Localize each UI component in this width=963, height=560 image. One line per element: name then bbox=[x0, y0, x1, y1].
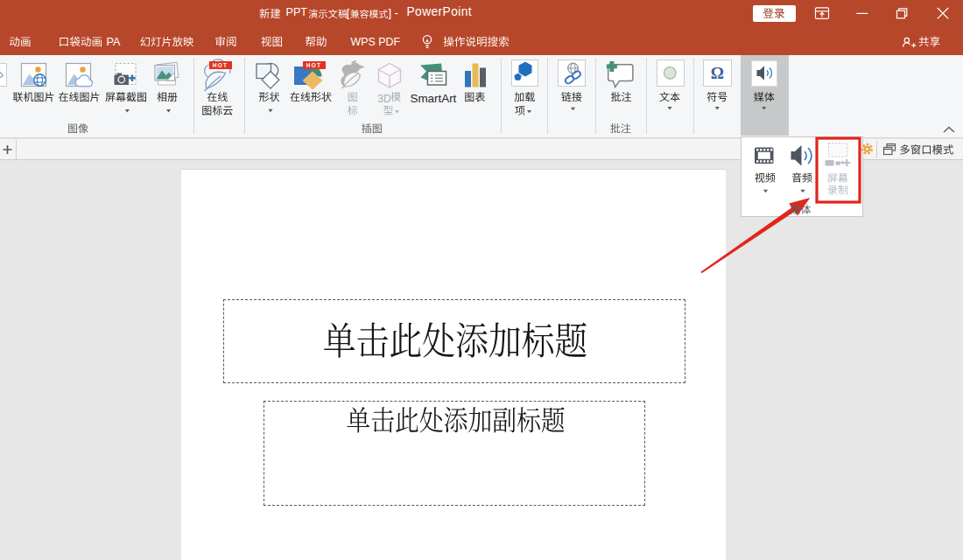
svg-text:Ω: Ω bbox=[711, 64, 724, 82]
